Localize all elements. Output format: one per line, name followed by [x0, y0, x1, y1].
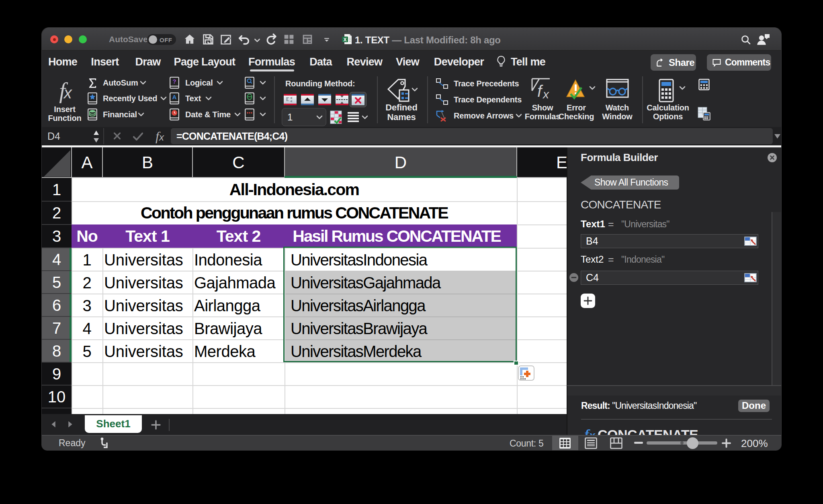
svg-text:A: A: [172, 94, 177, 100]
svg-text:x: x: [542, 88, 549, 101]
svg-text:f: f: [537, 82, 543, 100]
svg-text:?: ?: [172, 78, 176, 85]
svg-text:X: X: [343, 37, 346, 43]
